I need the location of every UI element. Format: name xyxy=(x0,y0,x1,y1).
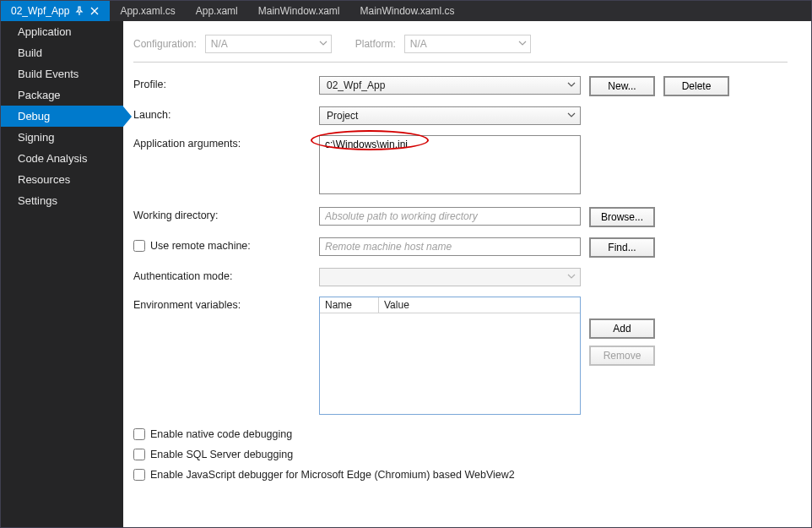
app-args-label: Application arguments: xyxy=(133,135,319,150)
js-debug-label: Enable JavaScript debugger for Microsoft… xyxy=(150,469,515,481)
platform-label: Platform: xyxy=(355,38,396,50)
row-profile: Profile: 02_Wpf_App New... Delete xyxy=(133,76,788,96)
configuration-select: N/A xyxy=(205,35,332,53)
chevron-down-icon xyxy=(518,38,527,50)
remove-button: Remove xyxy=(589,346,655,366)
configuration-label: Configuration: xyxy=(133,38,197,50)
sql-debug-label: Enable SQL Server debugging xyxy=(150,449,293,460)
sidebar-item-resources[interactable]: Resources xyxy=(1,169,123,190)
sidebar-item-build[interactable]: Build xyxy=(1,42,123,63)
config-row: Configuration: N/A Platform: N/A xyxy=(133,35,788,53)
sidebar-item-settings[interactable]: Settings xyxy=(1,190,123,211)
chevron-down-icon xyxy=(567,271,576,283)
sql-debug-checkbox[interactable] xyxy=(133,449,145,460)
env-vars-label: Environment variables: xyxy=(133,297,319,311)
sidebar-item-debug[interactable]: Debug xyxy=(1,106,123,127)
working-dir-label: Working directory: xyxy=(133,207,319,221)
main-area: Application Build Build Events Package D… xyxy=(1,21,811,528)
tab-label: 02_Wpf_App xyxy=(11,5,69,17)
tab[interactable]: MainWindow.xaml.cs xyxy=(349,1,464,21)
env-grid-header: Name Value xyxy=(320,297,580,313)
add-button[interactable]: Add xyxy=(589,318,655,339)
sidebar-item-application[interactable]: Application xyxy=(1,21,123,42)
tab[interactable]: MainWindow.xaml xyxy=(248,1,350,21)
native-debug-checkbox[interactable] xyxy=(133,428,145,440)
env-name-header[interactable]: Name xyxy=(320,297,379,313)
env-value-header[interactable]: Value xyxy=(379,297,580,313)
launch-label: Launch: xyxy=(133,106,319,121)
working-dir-input[interactable] xyxy=(319,207,581,226)
row-app-args: Application arguments: xyxy=(133,135,788,197)
sidebar-item-build-events[interactable]: Build Events xyxy=(1,63,123,84)
configuration-value: N/A xyxy=(211,38,228,50)
divider xyxy=(133,62,788,63)
js-debug-checkbox[interactable] xyxy=(133,469,145,481)
profile-select[interactable]: 02_Wpf_App xyxy=(319,76,581,95)
tab-label: App.xaml.cs xyxy=(120,5,175,17)
new-button[interactable]: New... xyxy=(589,76,655,96)
sidebar-item-package[interactable]: Package xyxy=(1,84,123,106)
row-auth-mode: Authentication mode: xyxy=(133,268,788,286)
profile-label: Profile: xyxy=(133,76,319,90)
use-remote-checkbox[interactable] xyxy=(133,240,145,252)
tab-label: MainWindow.xaml xyxy=(258,5,340,17)
find-button[interactable]: Find... xyxy=(589,237,655,258)
row-remote: Use remote machine: Find... xyxy=(133,237,788,258)
row-working-dir: Working directory: Browse... xyxy=(133,207,788,227)
chevron-down-icon xyxy=(567,110,576,122)
sidebar-item-signing[interactable]: Signing xyxy=(1,127,123,148)
native-debug-label: Enable native code debugging xyxy=(150,428,292,440)
platform-select: N/A xyxy=(404,35,531,53)
remote-host-input xyxy=(319,237,581,256)
delete-button[interactable]: Delete xyxy=(663,76,729,96)
tab-label: App.xaml xyxy=(196,5,238,17)
auth-mode-label: Authentication mode: xyxy=(133,268,319,282)
chevron-down-icon xyxy=(319,38,328,50)
app-args-input[interactable] xyxy=(319,135,581,194)
row-launch: Launch: Project xyxy=(133,106,788,125)
tab-bar: 02_Wpf_App App.xaml.cs App.xaml MainWind… xyxy=(1,1,811,21)
browse-button[interactable]: Browse... xyxy=(589,207,655,227)
platform-value: N/A xyxy=(410,38,427,50)
tab-active[interactable]: 02_Wpf_App xyxy=(1,1,110,21)
content-panel: Configuration: N/A Platform: N/A Profile… xyxy=(123,21,811,528)
profile-value: 02_Wpf_App xyxy=(327,79,385,91)
tab[interactable]: App.xaml xyxy=(186,1,248,21)
row-env-vars: Environment variables: Name Value Add Re… xyxy=(133,297,788,415)
sidebar: Application Build Build Events Package D… xyxy=(1,21,123,528)
sidebar-item-code-analysis[interactable]: Code Analysis xyxy=(1,148,123,169)
launch-value: Project xyxy=(327,110,358,122)
use-remote-label: Use remote machine: xyxy=(150,240,251,252)
launch-select[interactable]: Project xyxy=(319,106,581,125)
pin-icon[interactable] xyxy=(74,6,84,16)
close-icon[interactable] xyxy=(89,6,100,16)
chevron-down-icon xyxy=(567,79,576,91)
tab[interactable]: App.xaml.cs xyxy=(110,1,185,21)
tab-label: MainWindow.xaml.cs xyxy=(360,5,454,17)
auth-mode-select xyxy=(319,268,581,286)
env-vars-grid[interactable]: Name Value xyxy=(319,297,581,415)
bottom-checks: Enable native code debugging Enable SQL … xyxy=(133,428,788,481)
